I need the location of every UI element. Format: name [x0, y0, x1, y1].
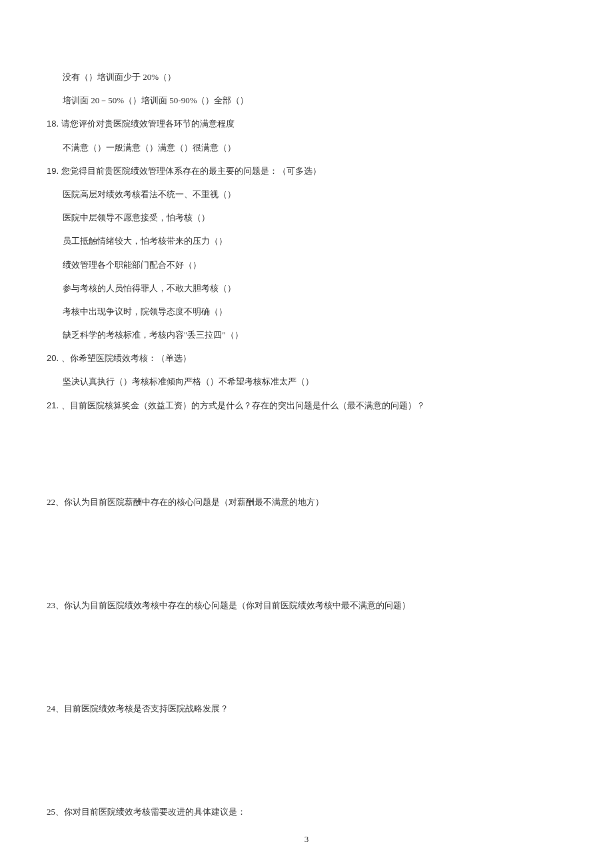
question-text: 、你希望医院绩效考核：（单选） — [61, 353, 191, 363]
option-line: 没有（）培训面少于 20%（） — [47, 67, 566, 87]
option-line: 医院高层对绩效考核看法不统一、不重视（） — [47, 184, 566, 205]
answer-space — [47, 515, 566, 595]
question-number: 18. — [47, 119, 61, 129]
question-21: 21. 、目前医院核算奖金（效益工资）的方式是什么？存在的突出问题是什么（最不满… — [47, 395, 566, 416]
question-number: 20. — [47, 353, 61, 363]
question-text: 您觉得目前贵医院绩效管理体系存在的最主要的问题是：（可多选） — [61, 166, 321, 176]
question-text: 请您评价对贵医院绩效管理各环节的满意程度 — [61, 119, 235, 129]
answer-space — [47, 721, 566, 801]
question-18: 18. 请您评价对贵医院绩效管理各环节的满意程度 — [47, 113, 566, 134]
answer-space — [47, 618, 566, 698]
option-line: 绩效管理各个职能部门配合不好（） — [47, 254, 566, 275]
question-text: 、目前医院核算奖金（效益工资）的方式是什么？存在的突出问题是什么（最不满意的问题… — [61, 400, 425, 410]
option-line: 医院中层领导不愿意接受，怕考核（） — [47, 207, 566, 228]
option-line: 坚决认真执行（）考核标准倾向严格（）不希望考核标准太严（） — [47, 371, 566, 392]
option-line: 员工抵触情绪较大，怕考核带来的压力（） — [47, 230, 566, 251]
answer-space — [47, 418, 566, 492]
option-line: 考核中出现争议时，院领导态度不明确（） — [47, 301, 566, 322]
question-19: 19. 您觉得目前贵医院绩效管理体系存在的最主要的问题是：（可多选） — [47, 161, 566, 181]
question-number: 21. — [47, 400, 61, 410]
question-20: 20. 、你希望医院绩效考核：（单选） — [47, 348, 566, 368]
question-22: 22、你认为目前医院薪酬中存在的核心问题是（对薪酬最不满意的地方） — [47, 492, 566, 512]
question-25: 25、你对目前医院绩效考核需要改进的具体建议是： — [47, 801, 566, 822]
option-line: 缺乏科学的考核标准，考核内容"丢三拉四"（） — [47, 324, 566, 345]
page-number: 3 — [0, 834, 613, 845]
document-content: 没有（）培训面少于 20%（） 培训面 20－50%（）培训面 50-90%（）… — [47, 67, 566, 823]
option-line: 培训面 20－50%（）培训面 50-90%（）全部（） — [47, 90, 566, 111]
question-24: 24、目前医院绩效考核是否支持医院战略发展？ — [47, 698, 566, 719]
option-line: 不满意（）一般满意（）满意（）很满意（） — [47, 137, 566, 158]
option-line: 参与考核的人员怕得罪人，不敢大胆考核（） — [47, 278, 566, 298]
question-number: 19. — [47, 166, 61, 176]
question-23: 23、你认为目前医院绩效考核中存在的核心问题是（你对目前医院绩效考核中最不满意的… — [47, 595, 566, 616]
